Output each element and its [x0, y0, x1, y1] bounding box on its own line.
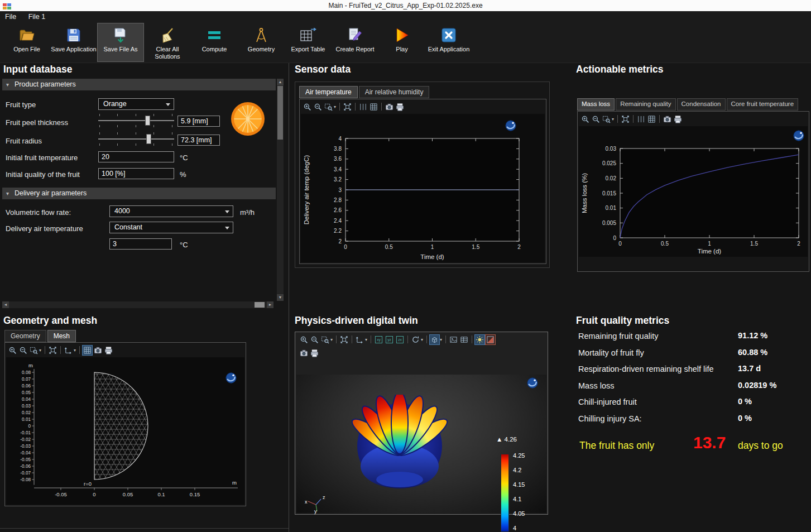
camera-icon[interactable] — [93, 345, 103, 356]
save-application-button[interactable]: Save Application — [50, 23, 97, 62]
view-yz-icon[interactable]: yz — [384, 334, 395, 345]
table-icon[interactable] — [459, 334, 469, 345]
grid-icon[interactable] — [82, 345, 93, 356]
initial-temp-field[interactable]: 20 — [98, 151, 174, 162]
slider-thumb[interactable] — [146, 134, 151, 144]
dropdown-caret-icon[interactable]: ▾ — [421, 337, 423, 342]
flow-rate-dropdown[interactable]: 4000 — [109, 205, 233, 217]
scroll-left-button[interactable]: ◄ — [2, 301, 9, 308]
tab-air-temperature[interactable]: Air temperature — [299, 86, 358, 98]
scroll-up-button[interactable]: ▲ — [277, 79, 284, 85]
zoom-box-icon[interactable] — [28, 345, 39, 356]
delivery-temp-dropdown[interactable]: Constant — [109, 222, 233, 233]
extents-icon[interactable] — [339, 334, 349, 345]
compute-button[interactable]: Compute — [191, 23, 238, 62]
extents-icon[interactable] — [620, 114, 631, 124]
axis-icon[interactable] — [354, 334, 365, 345]
product-parameters-header[interactable]: ▾ Product parameters — [2, 79, 276, 90]
fruit-radius-slider[interactable] — [98, 132, 174, 146]
print-icon[interactable] — [103, 345, 114, 356]
horizontal-scrollbar[interactable]: ◄ ► — [2, 301, 273, 308]
equals-icon — [207, 26, 222, 44]
rotate-icon[interactable] — [410, 334, 421, 345]
open-file-button[interactable]: Open File — [3, 23, 50, 62]
scrollbar-thumb[interactable] — [255, 302, 265, 308]
zoom-box-icon[interactable] — [320, 334, 330, 345]
default-view-icon[interactable] — [429, 334, 440, 345]
zoom-box-icon[interactable] — [323, 102, 334, 112]
zoom-in-icon[interactable] — [302, 102, 313, 112]
view-zx-icon[interactable]: zx — [395, 334, 405, 345]
play-button[interactable]: Play — [378, 23, 425, 62]
extents-icon[interactable] — [342, 102, 353, 112]
fruit-radius-field[interactable]: 72.3 [mm] — [177, 135, 220, 146]
tab-geometry[interactable]: Geometry — [4, 330, 46, 342]
dropdown-caret-icon[interactable]: ▾ — [39, 348, 41, 353]
exit-application-button[interactable]: Exit Application — [425, 23, 472, 62]
dropdown-caret-icon[interactable]: ▾ — [612, 117, 614, 122]
vertical-scrollbar[interactable]: ▲ ▼ — [277, 79, 284, 301]
mass-loss-chart[interactable]: 00.511.5200.0050.010.0150.020.0250.03Tim… — [579, 126, 808, 257]
tab-remaining-quality[interactable]: Remaining quality — [616, 98, 675, 111]
tab-mesh[interactable]: Mesh — [47, 330, 76, 342]
clear-all-solutions-button[interactable]: Clear All Solutions — [144, 23, 191, 62]
zoom-out-icon[interactable] — [313, 102, 323, 112]
slider-thumb[interactable] — [145, 116, 150, 126]
camera-icon[interactable] — [662, 114, 673, 124]
geometry-button[interactable]: Geometry — [238, 23, 285, 62]
zoom-out-icon[interactable] — [591, 114, 601, 124]
dropdown-caret-icon[interactable]: ▾ — [334, 104, 336, 109]
axis-icon[interactable] — [63, 345, 74, 356]
zoom-box-icon[interactable] — [601, 114, 612, 124]
peel-thickness-slider[interactable] — [98, 113, 174, 128]
geometry-mesh-tabs: Geometry Mesh — [4, 330, 77, 342]
grid-icon[interactable] — [368, 102, 379, 112]
tab-condensation[interactable]: Condensation — [677, 98, 726, 111]
export-table-button[interactable]: Export Table — [285, 23, 332, 62]
extents-icon[interactable] — [47, 345, 58, 356]
zoom-out-icon[interactable] — [309, 334, 320, 345]
camera-icon[interactable] — [384, 102, 395, 112]
air-temperature-chart[interactable]: 00.511.5222.22.42.62.833.23.43.63.84Time… — [301, 114, 545, 262]
3d-viewport[interactable]: ▲ 4.26 4.25 4.2 4.15 4.1 4.05 4 ▼ 3.99 x… — [296, 375, 546, 513]
tab-air-relative-humidity[interactable]: Air relative humidity — [359, 86, 430, 98]
clip-icon[interactable] — [485, 334, 496, 345]
vlines-icon[interactable] — [636, 114, 646, 124]
svg-text:Time (d): Time (d) — [698, 248, 722, 255]
save-file-as-button[interactable]: Save File As — [97, 23, 144, 62]
zoom-in-icon[interactable] — [7, 345, 18, 356]
scrollbar-thumb[interactable] — [277, 86, 283, 140]
dropdown-caret-icon[interactable]: ▾ — [365, 337, 367, 342]
zoom-in-icon[interactable] — [580, 114, 591, 124]
img-icon[interactable] — [448, 334, 459, 345]
camera-icon[interactable] — [299, 348, 309, 358]
constant-temp-field[interactable]: 3 — [109, 238, 172, 250]
light-icon[interactable] — [474, 334, 485, 345]
scroll-right-button[interactable]: ► — [267, 301, 273, 308]
grid-icon[interactable] — [646, 114, 657, 124]
zoom-out-icon[interactable] — [18, 345, 28, 356]
create-report-button[interactable]: Create Report — [332, 23, 378, 62]
vlines-icon[interactable] — [358, 102, 368, 112]
mesh-plot[interactable]: 0.080.070.060.050.040.030.020.010-0.01-0… — [6, 357, 244, 505]
fruit-type-dropdown[interactable]: Orange — [98, 98, 174, 110]
menu-file-1[interactable]: File 1 — [23, 11, 51, 23]
svg-text:-0.05: -0.05 — [20, 457, 31, 462]
toolbar-label: Play — [396, 46, 407, 53]
dropdown-caret-icon[interactable]: ▾ — [74, 348, 76, 353]
dropdown-caret-icon[interactable]: ▾ — [440, 337, 442, 342]
view-xy-icon[interactable]: xy — [373, 334, 384, 345]
tab-mass-loss[interactable]: Mass loss — [577, 98, 615, 111]
zoom-in-icon[interactable] — [299, 334, 309, 345]
peel-thickness-field[interactable]: 5.9 [mm] — [177, 116, 220, 127]
dropdown-caret-icon[interactable]: ▾ — [330, 337, 333, 342]
legend-tick: 4.25 — [513, 452, 525, 459]
print-icon[interactable] — [309, 348, 320, 358]
tab-core-fruit-temperature[interactable]: Core fruit temperature — [727, 98, 799, 111]
print-icon[interactable] — [395, 102, 405, 112]
menu-file[interactable]: File — [0, 11, 21, 23]
scroll-down-button[interactable]: ▼ — [277, 294, 284, 301]
print-icon[interactable] — [673, 114, 683, 124]
initial-quality-field[interactable]: 100 [%] — [98, 168, 174, 179]
delivery-air-parameters-header[interactable]: ▾ Delivery air parameters — [2, 188, 276, 199]
